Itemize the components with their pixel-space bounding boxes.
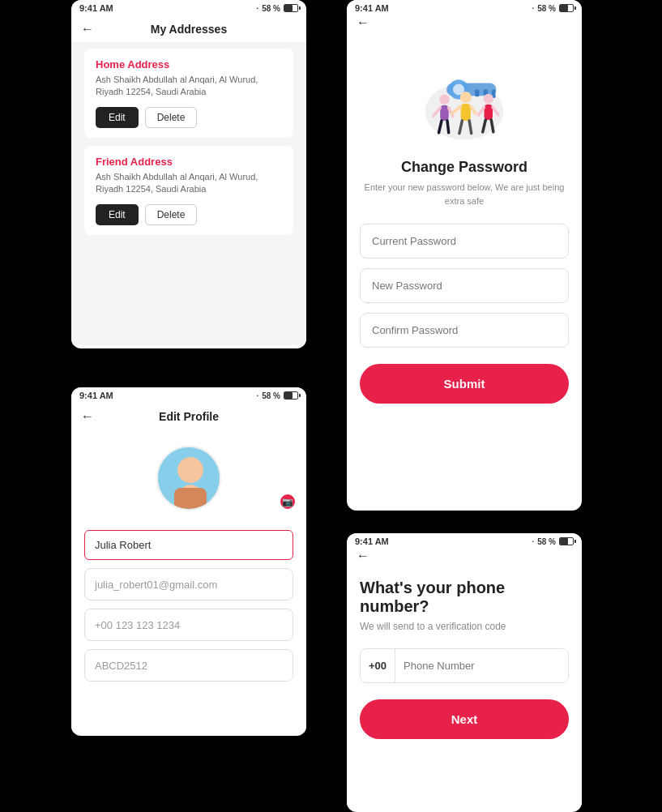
delete-button-friend[interactable]: Delete (145, 204, 198, 225)
screen-change-password: 9:41 AM ⋅ 58 % ← (347, 0, 582, 511)
battery-text-password: 58 % (537, 4, 556, 13)
page-title-profile: Edit Profile (159, 410, 219, 423)
svg-point-19 (484, 94, 493, 104)
svg-line-12 (447, 121, 449, 133)
back-button-password[interactable]: ← (357, 15, 369, 30)
new-password-input[interactable] (360, 268, 569, 303)
status-right-addresses: ⋅ 58 % (256, 4, 298, 13)
password-subtitle: Enter your new password below, We are ju… (360, 181, 569, 207)
svg-rect-4 (475, 89, 479, 96)
phone-field: +00 123 123 1234 (95, 619, 180, 631)
battery-text-phone: 58 % (537, 537, 556, 546)
back-button-addresses[interactable]: ← (81, 22, 94, 36)
status-right-password: ⋅ 58 % (532, 4, 574, 13)
delete-button-home[interactable]: Delete (145, 107, 198, 128)
bluetooth-icon-profile: ⋅ (256, 391, 258, 400)
battery-text-addresses: 58 % (262, 4, 280, 13)
svg-point-26 (177, 457, 203, 483)
bluetooth-icon: ⋅ (256, 4, 258, 13)
address-card-friend: Friend Address Ash Shaikh Abdullah al An… (84, 146, 293, 235)
address-actions-friend: Edit Delete (96, 204, 282, 225)
battery-icon-profile (284, 391, 298, 400)
screen-phone-number: 9:41 AM ⋅ 58 % ← What's your phone numbe… (347, 533, 582, 812)
status-right-profile: ⋅ 58 % (256, 391, 298, 400)
status-bar-addresses: 9:41 AM ⋅ 58 % (71, 0, 306, 16)
submit-button[interactable]: Submit (360, 364, 569, 404)
phone-title: What's your phone number? (360, 579, 569, 616)
svg-point-13 (460, 92, 472, 103)
status-bar-phone: 9:41 AM ⋅ 58 % (347, 533, 582, 549)
bluetooth-icon-phone: ⋅ (532, 537, 534, 546)
battery-text-profile: 58 % (262, 391, 280, 400)
address-label-friend: Friend Address (96, 156, 282, 168)
header-password: ← (347, 16, 582, 29)
svg-rect-14 (461, 104, 471, 121)
confirm-password-input[interactable] (360, 313, 569, 348)
address-text-friend: Ash Shaikh Abdullah al Anqari, Al Wurud,… (96, 171, 282, 196)
password-illustration (360, 49, 569, 146)
svg-point-7 (439, 95, 449, 105)
next-button[interactable]: Next (360, 699, 569, 739)
time-profile: 9:41 AM (79, 391, 113, 400)
page-title-addresses: My Addresses (151, 23, 227, 36)
phone-number-input[interactable] (395, 649, 568, 682)
phone-subtitle: We will send to a verification code (360, 621, 569, 632)
back-button-profile[interactable]: ← (81, 409, 94, 424)
time-phone: 9:41 AM (355, 536, 389, 546)
code-field: ABCD2512 (95, 660, 147, 672)
back-button-phone[interactable]: ← (357, 549, 369, 563)
address-card-home: Home Address Ash Shaikh Abdullah al Anqa… (84, 49, 293, 138)
svg-rect-27 (174, 488, 207, 511)
status-bar-password: 9:41 AM ⋅ 58 % (347, 0, 582, 16)
header-addresses: ← My Addresses (71, 16, 306, 42)
email-field: julia_robert01@gmail.com (95, 579, 217, 591)
screen-edit-profile: 9:41 AM ⋅ 58 % ← Edit Profile (71, 387, 306, 736)
avatar-wrap: 📷 (84, 446, 293, 511)
battery-icon-phone (559, 537, 574, 545)
camera-icon[interactable]: 📷 (279, 493, 297, 511)
status-right-phone: ⋅ 58 % (532, 537, 574, 546)
email-field-wrap: julia_robert01@gmail.com (84, 568, 293, 600)
time-password: 9:41 AM (355, 3, 389, 13)
edit-button-home[interactable]: Edit (96, 107, 139, 128)
password-content: Change Password Enter your new password … (347, 29, 582, 417)
battery-icon-password (559, 4, 574, 12)
profile-content: 📷 julia_robert01@gmail.com +00 123 123 1… (71, 430, 306, 733)
phone-content: What's your phone number? We will send t… (347, 562, 582, 806)
code-field-wrap: ABCD2512 (84, 649, 293, 682)
address-actions-home: Edit Delete (96, 107, 282, 128)
password-title: Change Password (360, 159, 569, 176)
phone-code: +00 (361, 649, 395, 682)
screen-addresses: 9:41 AM ⋅ 58 % ← My Addresses Home Addre… (71, 0, 306, 348)
header-edit-profile: ← Edit Profile (71, 404, 306, 430)
key-illustration-svg (408, 49, 521, 146)
address-list: Home Address Ash Shaikh Abdullah al Anqa… (71, 42, 306, 345)
address-text-home: Ash Shaikh Abdullah al Anqari, Al Wurud,… (96, 74, 282, 99)
phone-field-wrap: +00 123 123 1234 (84, 609, 293, 641)
avatar-svg (158, 447, 221, 511)
address-label-home: Home Address (96, 58, 282, 71)
header-phone: ← (347, 549, 582, 562)
phone-input-wrap: +00 (360, 648, 569, 683)
edit-button-friend[interactable]: Edit (96, 204, 139, 225)
status-bar-profile: 9:41 AM ⋅ 58 % (71, 387, 306, 404)
current-password-input[interactable] (360, 224, 569, 259)
name-input[interactable] (84, 530, 293, 560)
bluetooth-icon-pw: ⋅ (532, 4, 534, 13)
battery-icon-addresses (284, 4, 298, 12)
avatar-image (158, 447, 220, 509)
avatar (156, 446, 221, 511)
time-addresses: 9:41 AM (79, 3, 113, 13)
